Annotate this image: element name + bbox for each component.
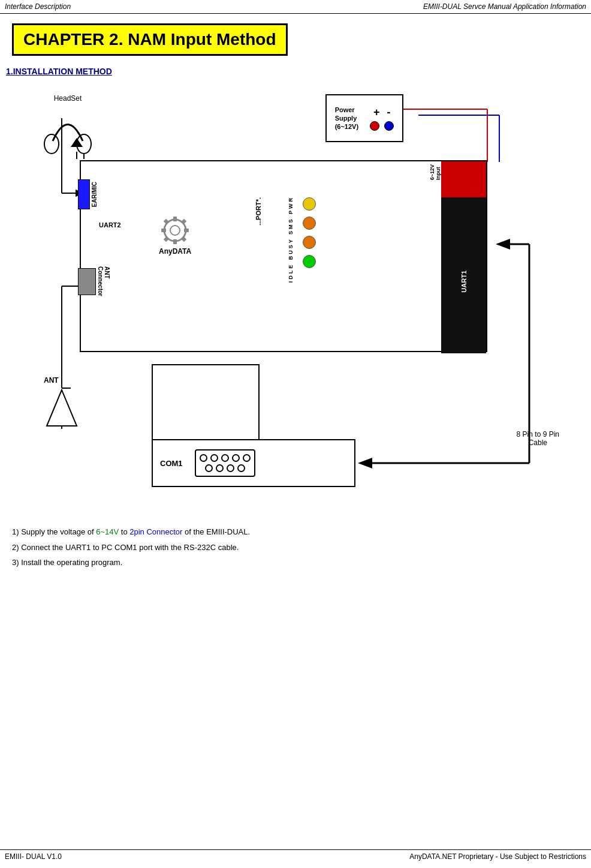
chapter-title-wrapper: CHAPTER 2. NAM Input Method	[6, 19, 585, 61]
note-1-text3: of the EMIII-DUAL.	[182, 527, 250, 536]
svg-rect-24	[184, 229, 189, 232]
diagram-area: HeadSet PowerSupply(6~12V) + -	[8, 82, 583, 514]
power-dot-blue	[384, 121, 394, 131]
power-input-label: 6~12VInput	[429, 164, 441, 180]
ant-conn-rect	[78, 268, 96, 295]
led-group	[303, 197, 316, 268]
svg-point-19	[164, 220, 186, 241]
chapter-title: CHAPTER 2. NAM Input Method	[23, 30, 276, 49]
ant-connector-label: ANTConnector	[97, 266, 110, 296]
led-pwr	[303, 255, 316, 268]
com-pin	[221, 454, 229, 462]
headset-area: HeadSet	[44, 94, 92, 161]
note-1-text2: to	[119, 527, 129, 536]
power-signs-row: + -	[373, 106, 391, 119]
note-2: 2) Connect the UART1 to PC COM1 port wit…	[12, 542, 579, 554]
com-pin	[243, 454, 251, 462]
com-pins-row1	[200, 454, 251, 462]
power-dot-red	[370, 121, 379, 131]
svg-point-20	[170, 226, 180, 235]
section-heading: 1.INSTALLATION METHOD	[6, 67, 585, 76]
cable-label-text: 8 Pin to 9 PinCable	[517, 430, 559, 447]
led-busy-row	[303, 217, 316, 230]
power-supply-box: PowerSupply(6~12V) + -	[325, 94, 403, 142]
svg-marker-29	[47, 390, 77, 426]
note-1-highlight1: 6~14V	[96, 527, 119, 536]
chapter-title-box: CHAPTER 2. NAM Input Method	[12, 23, 288, 56]
svg-point-13	[44, 134, 59, 154]
com-pin	[210, 454, 218, 462]
led-status-labels: IDLE BUSY SMS PWR	[288, 196, 294, 283]
com-pin	[227, 464, 234, 472]
cable-label: 8 Pin to 9 PinCable	[517, 430, 559, 447]
ant-symbol-area: ANT	[44, 376, 80, 431]
svg-rect-21	[173, 217, 177, 221]
com1-box: COM1	[152, 439, 355, 487]
port-label: ...PORT*.	[255, 197, 262, 226]
anydata-gear-icon	[160, 215, 190, 245]
bottom-notes: 1) Supply the voltage of 6~14V to 2pin C…	[12, 526, 579, 569]
power-minus-sign: -	[387, 106, 391, 119]
anydata-text-label: AnyDATA	[159, 247, 191, 256]
page-header: Interface Description EMIII-DUAL Servce …	[0, 0, 591, 14]
ant-symbol-icon	[44, 387, 80, 429]
com1-label: COM1	[160, 459, 183, 468]
note-1: 1) Supply the voltage of 6~14V to 2pin C…	[12, 526, 579, 538]
power-plus-sign: +	[373, 106, 380, 119]
com-pin	[237, 464, 245, 472]
com-pin	[205, 464, 213, 472]
ear-mic-connector	[78, 179, 90, 209]
svg-rect-22	[173, 239, 177, 244]
led-busy	[303, 217, 316, 230]
board-box: EAR/MIC UART2 ANTConnector	[80, 160, 487, 352]
header-left: Interface Description	[5, 2, 71, 11]
page-footer: EMIII- DUAL V1.0 AnyDATA.NET Proprietary…	[0, 849, 591, 863]
anydata-logo-area: AnyDATA	[159, 215, 191, 256]
ant-conn-block: ANTConnector	[78, 266, 110, 296]
led-sms	[303, 236, 316, 249]
note-1-highlight2: 2pin Connector	[129, 527, 182, 536]
ear-mic-label: EAR/MIC	[91, 182, 98, 207]
power-input-block	[441, 161, 486, 197]
ear-mic-block: EAR/MIC	[78, 179, 98, 209]
power-right-section: + -	[370, 106, 394, 131]
com-pins-row2	[200, 464, 251, 472]
footer-left: EMIII- DUAL V1.0	[5, 852, 62, 861]
led-idle	[303, 197, 316, 211]
header-right: EMIII-DUAL Servce Manual Application Inf…	[423, 2, 586, 11]
ant-label: ANT	[44, 376, 80, 385]
note-3: 3) Install the operating program.	[12, 557, 579, 569]
uart2-label: UART2	[99, 221, 121, 229]
power-supply-label: PowerSupply(6~12V)	[335, 106, 358, 131]
com-pin	[216, 464, 224, 472]
headset-label: HeadSet	[44, 94, 92, 103]
footer-right: AnyDATA.NET Proprietary - Use Subject to…	[409, 852, 586, 861]
uart1-label: UART1	[460, 271, 468, 293]
uart1-block: UART1	[441, 161, 486, 353]
note-2-text: 2) Connect the UART1 to PC COM1 port wit…	[12, 543, 239, 552]
svg-rect-23	[161, 229, 166, 232]
headset-icon	[44, 105, 92, 159]
led-pwr-row	[303, 255, 316, 268]
com-pin	[232, 454, 240, 462]
com-pin	[200, 454, 207, 462]
led-idle-row	[303, 197, 316, 211]
svg-marker-18	[71, 138, 83, 147]
com-port-connector	[195, 449, 255, 477]
led-sms-row	[303, 236, 316, 249]
note-1-text1: 1) Supply the voltage of	[12, 527, 96, 536]
note-3-text: 3) Install the operating program.	[12, 558, 122, 567]
power-dots-row	[370, 121, 394, 131]
